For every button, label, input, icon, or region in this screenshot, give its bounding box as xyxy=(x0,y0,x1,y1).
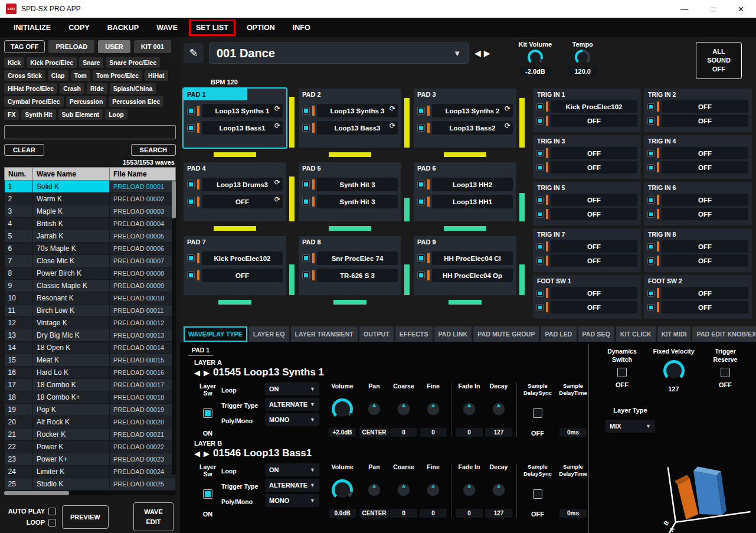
tag-crash[interactable]: Crash xyxy=(60,83,84,94)
table-row[interactable]: 16Hard Lo KPRELOAD 00016 xyxy=(5,367,176,379)
wave-button[interactable]: TR-626 S 3 xyxy=(317,269,398,282)
wave-enable-checkbox[interactable] xyxy=(536,257,544,264)
wave-enable-checkbox[interactable] xyxy=(647,304,654,311)
table-row[interactable]: 23Power K+PRELOAD 00023 xyxy=(5,453,176,466)
wave-enable-checkbox[interactable] xyxy=(187,254,195,262)
wave-button[interactable]: OFF xyxy=(662,194,748,206)
pad-pad-2[interactable]: PAD 2Loop13 Synths 3⟳Loop13 Bass3⟳ xyxy=(299,89,401,148)
menu-item-set-list[interactable]: SET LIST xyxy=(189,19,235,36)
wave-button[interactable]: Loop13 Synths 3⟳ xyxy=(317,104,398,117)
wave-enable-checkbox[interactable] xyxy=(647,103,654,110)
wave-button[interactable]: Loop13 Synths 1⟳ xyxy=(202,104,283,117)
wave-button[interactable]: Kick ProcElec102 xyxy=(551,100,637,113)
tag-percussion[interactable]: Percussion xyxy=(66,96,107,107)
wave-button[interactable]: OFF xyxy=(551,301,637,313)
table-row[interactable]: 22Power KPRELOAD 00022 xyxy=(5,441,176,453)
tag-tom[interactable]: Tom xyxy=(71,70,90,81)
wave-search-input[interactable] xyxy=(4,125,176,139)
wave-button[interactable]: Synth Hit 3 xyxy=(317,195,398,208)
bank-kit-button[interactable]: KIT 001 xyxy=(134,40,171,53)
wave-button[interactable]: OFF xyxy=(662,240,748,253)
table-row[interactable]: 8Power Birch KPRELOAD 00008 xyxy=(5,267,176,280)
wave-button[interactable]: OFF xyxy=(662,115,748,127)
tag-fx[interactable]: FX xyxy=(4,109,19,120)
menu-item-initialize[interactable]: INITIALIZE xyxy=(5,19,60,36)
trigger-reserve-checkbox[interactable] xyxy=(721,368,730,377)
wave-button[interactable]: OFF⟳ xyxy=(202,195,283,208)
wave-button[interactable]: OFF xyxy=(551,287,637,299)
wave-edit-button[interactable]: WAVE EDIT xyxy=(133,502,174,531)
pad-pad-9[interactable]: PAD 9HH ProcElec04 ClHH ProcElec04 Op xyxy=(414,236,516,295)
bank-preload-button[interactable]: PRELOAD xyxy=(48,40,94,53)
minimize-button[interactable]: — xyxy=(680,5,688,14)
tab-wave-play-type[interactable]: WAVE/PLAY TYPE xyxy=(184,326,247,342)
pad-pad-7[interactable]: PAD 7Kick ProcElec102OFF xyxy=(184,236,286,295)
tab-kit-midi[interactable]: KIT MIDI xyxy=(657,326,691,342)
wave-enable-checkbox[interactable] xyxy=(536,304,544,311)
prev-wave-button[interactable]: ◀ xyxy=(194,449,200,458)
wave-button[interactable]: OFF xyxy=(551,240,637,253)
col-header-num[interactable]: Num. xyxy=(5,168,33,181)
table-row[interactable]: 19Pop KPRELOAD 00019 xyxy=(5,404,176,416)
wave-enable-checkbox[interactable] xyxy=(536,150,544,157)
loop-dropdown[interactable]: ON▼ xyxy=(265,463,319,476)
search-button[interactable]: SEARCH xyxy=(131,144,176,156)
next-wave-button[interactable]: ▶ xyxy=(204,449,210,458)
prev-wave-button[interactable]: ◀ xyxy=(194,368,200,377)
tab-layer-eq[interactable]: LAYER EQ xyxy=(249,326,289,342)
poly-mono-dropdown[interactable]: MONO▼ xyxy=(265,413,319,426)
tag-sub-element[interactable]: Sub Element xyxy=(58,109,103,120)
wave-enable-checkbox[interactable] xyxy=(187,107,195,115)
wave-button[interactable]: OFF xyxy=(662,254,748,267)
wave-button[interactable]: Loop13 Bass2⟳ xyxy=(432,121,513,135)
wave-enable-checkbox[interactable] xyxy=(536,243,544,250)
decay-knob[interactable] xyxy=(492,403,505,416)
menu-item-info[interactable]: INFO xyxy=(284,19,319,36)
wave-button[interactable]: OFF xyxy=(551,208,637,220)
wave-enable-checkbox[interactable] xyxy=(647,117,654,125)
wave-enable-checkbox[interactable] xyxy=(536,290,544,297)
wave-enable-checkbox[interactable] xyxy=(536,164,544,171)
wave-button[interactable]: OFF xyxy=(662,301,748,313)
table-row[interactable]: 7Close Mic KPRELOAD 00007 xyxy=(5,255,176,267)
table-row[interactable]: 10Resonant KPRELOAD 00010 xyxy=(5,292,176,305)
tab-pad-led[interactable]: PAD LED xyxy=(541,326,576,342)
coarse-knob[interactable] xyxy=(397,483,410,496)
table-row[interactable]: 1818 Combo K+PRELOAD 00018 xyxy=(5,391,176,404)
table-row[interactable]: 1718 Combo KPRELOAD 00017 xyxy=(5,379,176,391)
layer-type-dropdown[interactable]: MIX ▼ xyxy=(606,420,655,433)
tag-kick-proc-elec[interactable]: Kick Proc/Elec xyxy=(27,57,77,68)
wave-enable-checkbox[interactable] xyxy=(647,164,654,171)
wave-enable-checkbox[interactable] xyxy=(302,181,310,188)
wave-enable-checkbox[interactable] xyxy=(536,197,544,204)
menu-item-wave[interactable]: WAVE xyxy=(148,19,186,36)
wave-button[interactable]: OFF xyxy=(551,147,637,159)
tag-synth-hit[interactable]: Synth Hit xyxy=(21,109,55,120)
wave-enable-checkbox[interactable] xyxy=(647,290,654,297)
pad-pad-6[interactable]: PAD 6Loop13 HH2Loop13 HH1 xyxy=(414,162,516,221)
table-row[interactable]: 25Studio KPRELOAD 00025 xyxy=(5,478,176,491)
kit-volume-knob[interactable] xyxy=(528,50,543,65)
wave-button[interactable]: Loop13 HH1 xyxy=(432,195,513,208)
tag-kick[interactable]: Kick xyxy=(4,57,24,68)
layer-sw-checkbox[interactable] xyxy=(203,489,212,499)
wave-enable-checkbox[interactable] xyxy=(302,198,310,205)
table-row[interactable]: 670s Maple KPRELOAD 00006 xyxy=(5,243,176,255)
bank-user-button[interactable]: USER xyxy=(98,40,130,53)
wave-button[interactable]: HH ProcElec04 Cl xyxy=(432,251,513,265)
wave-enable-checkbox[interactable] xyxy=(417,181,425,188)
wave-enable-checkbox[interactable] xyxy=(647,243,654,250)
tag-off-button[interactable]: TAG OFF xyxy=(4,40,45,53)
table-row[interactable]: 9Classic Maple KPRELOAD 00009 xyxy=(5,280,176,292)
loop-dropdown[interactable]: ON▼ xyxy=(265,382,319,395)
wave-enable-checkbox[interactable] xyxy=(187,272,195,279)
trigger-type-dropdown[interactable]: ALTERNATE▼ xyxy=(265,398,319,411)
table-scrollbar-vertical[interactable] xyxy=(172,181,176,475)
poly-mono-dropdown[interactable]: MONO▼ xyxy=(265,494,319,507)
fade-in-knob[interactable] xyxy=(463,483,476,496)
wave-button[interactable]: Loop13 Drums3⟳ xyxy=(202,178,283,191)
table-scrollbar-horizontal[interactable] xyxy=(4,491,176,495)
table-row[interactable]: 15Meat KPRELOAD 00015 xyxy=(5,354,176,367)
next-wave-button[interactable]: ▶ xyxy=(204,368,210,377)
fine-knob[interactable] xyxy=(427,403,440,416)
